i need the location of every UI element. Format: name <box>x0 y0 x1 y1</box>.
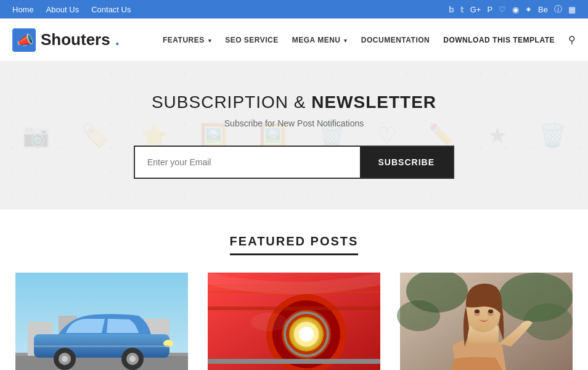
subscribe-button[interactable]: SUBSCRIBE <box>360 147 453 178</box>
main-nav: 📣 Shouters. FEATURES ▾ SEO SERVICE MEGA … <box>0 18 588 62</box>
svg-point-25 <box>299 327 314 342</box>
pinterest-icon[interactable]: P <box>487 5 492 14</box>
nav-contact[interactable]: Contact Us <box>91 5 131 14</box>
heart-icon[interactable]: ♡ <box>499 5 506 14</box>
svg-rect-16 <box>34 345 169 347</box>
post-image-2 <box>205 273 383 370</box>
nav-about[interactable]: About Us <box>46 5 79 14</box>
svg-point-40 <box>475 310 480 313</box>
posts-grid: 10 steps to prepare your home for a Kitt… <box>12 273 576 370</box>
svg-rect-26 <box>208 359 380 364</box>
svg-point-14 <box>129 356 136 362</box>
featured-title-wrap: FEATURED POSTS <box>12 234 576 255</box>
facebook-icon[interactable]: 𝕓 <box>449 5 454 14</box>
grid-icon[interactable]: ▦ <box>568 5 576 14</box>
nav-mega-menu[interactable]: MEGA MENU ▾ <box>292 36 348 44</box>
sub-content: SUBSCRIPTION & NEWSLETTER Subscribe for … <box>12 92 576 179</box>
search-icon[interactable]: ⚲ <box>568 34 576 46</box>
top-bar: Home About Us Contact Us 𝕓 𝕥 G+ P ♡ ◉ ⁕ … <box>0 0 588 18</box>
social-icons: 𝕓 𝕥 G+ P ♡ ◉ ⁕ Be ⓘ ▦ <box>449 4 576 15</box>
behance-icon[interactable]: Be <box>538 5 548 14</box>
nav-features[interactable]: FEATURES ▾ <box>163 36 211 44</box>
svg-rect-27 <box>208 306 380 310</box>
logo-text: Shouters <box>41 30 110 49</box>
post-card-3[interactable]: Dirt Racing Going to Start in Utah Febru… <box>397 273 576 370</box>
subscription-form: SUBSCRIBE <box>134 146 454 179</box>
svg-point-30 <box>251 313 288 331</box>
subscription-section: 📷 🏷️ ⭐ 🖼️ 🖼️ 🗑️ ♡ ✏️ ★ 🗑️ SUBSCRIPTION &… <box>0 62 588 210</box>
svg-point-11 <box>62 356 68 362</box>
nav-seo[interactable]: SEO SERVICE <box>225 36 279 44</box>
nav-download[interactable]: DOWNLOAD THIS TEMPLATE <box>443 36 555 44</box>
nav-docs[interactable]: DOCUMENTATION <box>361 36 430 44</box>
nav-links: FEATURES ▾ SEO SERVICE MEGA MENU ▾ DOCUM… <box>163 34 576 46</box>
post-image-3 <box>397 273 576 370</box>
svg-text:📣: 📣 <box>17 32 34 49</box>
instagram-icon[interactable]: ⓘ <box>554 4 562 15</box>
post-card-1[interactable]: 10 steps to prepare your home for a Kitt… <box>12 273 191 370</box>
post-image-1 <box>12 273 191 370</box>
googleplus-icon[interactable]: G+ <box>470 5 481 14</box>
logo-icon: 📣 <box>12 28 36 52</box>
email-input[interactable] <box>135 147 360 178</box>
svg-point-41 <box>488 310 493 313</box>
logo-dot: . <box>115 30 120 49</box>
nav-home[interactable]: Home <box>12 5 34 14</box>
sub-subtitle: Subscribe for New Post Notifications <box>12 118 576 128</box>
features-dropdown-arrow: ▾ <box>208 38 212 44</box>
top-nav: Home About Us Contact Us <box>12 5 131 14</box>
featured-section: FEATURED POSTS <box>0 210 588 370</box>
svg-point-35 <box>397 300 440 331</box>
circle-icon[interactable]: ◉ <box>512 5 519 14</box>
logo[interactable]: 📣 Shouters. <box>12 28 120 52</box>
featured-title: FEATURED POSTS <box>230 234 359 255</box>
sub-title: SUBSCRIPTION & NEWSLETTER <box>12 92 576 112</box>
twitter-icon[interactable]: 𝕥 <box>460 5 464 14</box>
post-card-2[interactable]: Secrets of Golden Lake New Lifestyle Tre… <box>205 273 383 370</box>
rss-icon[interactable]: ⁕ <box>525 5 532 14</box>
megamenu-dropdown-arrow: ▾ <box>344 38 348 44</box>
